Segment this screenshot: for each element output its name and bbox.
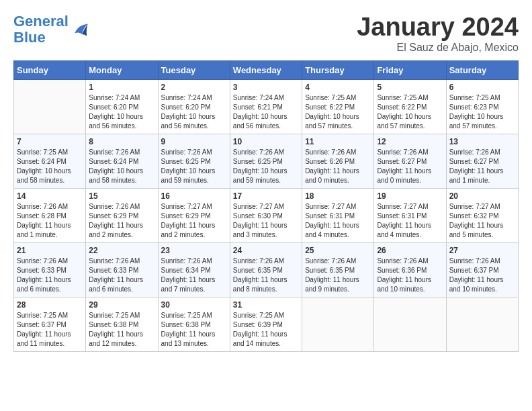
calendar-cell: 9Sunrise: 7:26 AM Sunset: 6:25 PM Daylig…	[158, 134, 230, 188]
calendar-cell: 22Sunrise: 7:26 AM Sunset: 6:33 PM Dayli…	[86, 242, 158, 297]
calendar-cell: 6Sunrise: 7:25 AM Sunset: 6:23 PM Daylig…	[446, 79, 518, 134]
calendar-cell: 30Sunrise: 7:25 AM Sunset: 6:38 PM Dayli…	[158, 297, 230, 351]
calendar-cell: 24Sunrise: 7:26 AM Sunset: 6:35 PM Dayli…	[230, 242, 302, 297]
day-info: Sunrise: 7:24 AM Sunset: 6:20 PM Dayligh…	[89, 93, 154, 131]
day-info: Sunrise: 7:25 AM Sunset: 6:24 PM Dayligh…	[17, 148, 83, 185]
day-number: 20	[449, 191, 515, 201]
day-info: Sunrise: 7:26 AM Sunset: 6:27 PM Dayligh…	[377, 148, 443, 185]
calendar-cell: 21Sunrise: 7:26 AM Sunset: 6:33 PM Dayli…	[14, 242, 86, 297]
calendar-body: 1Sunrise: 7:24 AM Sunset: 6:20 PM Daylig…	[14, 79, 519, 351]
calendar-cell: 18Sunrise: 7:27 AM Sunset: 6:31 PM Dayli…	[302, 188, 374, 242]
day-number: 4	[305, 83, 371, 92]
day-number: 19	[377, 191, 443, 201]
day-info: Sunrise: 7:27 AM Sunset: 6:31 PM Dayligh…	[305, 202, 371, 240]
day-info: Sunrise: 7:26 AM Sunset: 6:37 PM Dayligh…	[449, 257, 515, 294]
calendar-cell: 26Sunrise: 7:26 AM Sunset: 6:36 PM Dayli…	[374, 242, 446, 297]
day-number: 28	[17, 300, 83, 310]
logo: General Blue	[13, 13, 89, 46]
calendar-cell	[302, 297, 374, 351]
page-header: General Blue January 2024 El Sauz de Aba…	[13, 13, 519, 54]
day-info: Sunrise: 7:26 AM Sunset: 6:36 PM Dayligh…	[377, 257, 443, 294]
day-info: Sunrise: 7:25 AM Sunset: 6:37 PM Dayligh…	[17, 311, 83, 349]
calendar-cell: 12Sunrise: 7:26 AM Sunset: 6:27 PM Dayli…	[374, 134, 446, 188]
header-day-friday: Friday	[374, 60, 446, 79]
calendar-cell: 5Sunrise: 7:25 AM Sunset: 6:22 PM Daylig…	[374, 79, 446, 134]
calendar-cell: 16Sunrise: 7:27 AM Sunset: 6:29 PM Dayli…	[158, 188, 230, 242]
calendar-cell: 11Sunrise: 7:26 AM Sunset: 6:26 PM Dayli…	[302, 134, 374, 188]
day-info: Sunrise: 7:26 AM Sunset: 6:25 PM Dayligh…	[233, 148, 299, 185]
calendar-header: SundayMondayTuesdayWednesdayThursdayFrid…	[14, 60, 519, 79]
day-number: 12	[377, 137, 443, 146]
calendar-cell: 17Sunrise: 7:27 AM Sunset: 6:30 PM Dayli…	[230, 188, 302, 242]
day-info: Sunrise: 7:24 AM Sunset: 6:21 PM Dayligh…	[233, 93, 299, 131]
day-info: Sunrise: 7:26 AM Sunset: 6:33 PM Dayligh…	[89, 257, 154, 294]
calendar-cell: 13Sunrise: 7:26 AM Sunset: 6:27 PM Dayli…	[446, 134, 518, 188]
day-number: 9	[161, 137, 227, 146]
calendar-cell: 20Sunrise: 7:27 AM Sunset: 6:32 PM Dayli…	[446, 188, 518, 242]
week-row-1: 1Sunrise: 7:24 AM Sunset: 6:20 PM Daylig…	[14, 79, 519, 134]
day-number: 8	[89, 137, 154, 146]
day-number: 23	[161, 246, 227, 255]
day-info: Sunrise: 7:26 AM Sunset: 6:33 PM Dayligh…	[17, 257, 83, 294]
day-info: Sunrise: 7:25 AM Sunset: 6:22 PM Dayligh…	[305, 93, 371, 131]
calendar-cell: 28Sunrise: 7:25 AM Sunset: 6:37 PM Dayli…	[14, 297, 86, 351]
calendar-cell: 29Sunrise: 7:25 AM Sunset: 6:38 PM Dayli…	[86, 297, 158, 351]
header-day-tuesday: Tuesday	[158, 60, 230, 79]
logo-line2: Blue	[13, 29, 46, 46]
calendar-cell: 10Sunrise: 7:26 AM Sunset: 6:25 PM Dayli…	[230, 134, 302, 188]
day-info: Sunrise: 7:26 AM Sunset: 6:27 PM Dayligh…	[449, 148, 515, 185]
header-day-wednesday: Wednesday	[230, 60, 302, 79]
day-number: 29	[89, 300, 154, 310]
location-subtitle: El Sauz de Abajo, Mexico	[357, 42, 519, 54]
calendar-cell: 23Sunrise: 7:26 AM Sunset: 6:34 PM Dayli…	[158, 242, 230, 297]
day-number: 14	[17, 191, 83, 201]
calendar-cell: 2Sunrise: 7:24 AM Sunset: 6:20 PM Daylig…	[158, 79, 230, 134]
calendar-cell	[374, 297, 446, 351]
day-number: 24	[233, 246, 299, 255]
calendar-cell	[14, 79, 86, 134]
header-day-monday: Monday	[86, 60, 158, 79]
day-number: 13	[449, 137, 515, 146]
day-info: Sunrise: 7:25 AM Sunset: 6:22 PM Dayligh…	[377, 93, 443, 131]
day-number: 2	[161, 83, 227, 92]
day-info: Sunrise: 7:27 AM Sunset: 6:31 PM Dayligh…	[377, 202, 443, 240]
calendar-cell: 1Sunrise: 7:24 AM Sunset: 6:20 PM Daylig…	[86, 79, 158, 134]
header-day-thursday: Thursday	[302, 60, 374, 79]
day-info: Sunrise: 7:24 AM Sunset: 6:20 PM Dayligh…	[161, 93, 227, 131]
day-info: Sunrise: 7:26 AM Sunset: 6:34 PM Dayligh…	[161, 257, 227, 294]
week-row-4: 21Sunrise: 7:26 AM Sunset: 6:33 PM Dayli…	[14, 242, 519, 297]
day-number: 5	[377, 83, 443, 92]
day-number: 26	[377, 246, 443, 255]
day-number: 18	[305, 191, 371, 201]
day-info: Sunrise: 7:26 AM Sunset: 6:35 PM Dayligh…	[305, 257, 371, 294]
header-day-saturday: Saturday	[446, 60, 518, 79]
logo-line1: General	[13, 13, 69, 30]
calendar-cell: 31Sunrise: 7:25 AM Sunset: 6:39 PM Dayli…	[230, 297, 302, 351]
day-number: 31	[233, 300, 299, 310]
day-info: Sunrise: 7:26 AM Sunset: 6:29 PM Dayligh…	[89, 202, 154, 240]
week-row-3: 14Sunrise: 7:26 AM Sunset: 6:28 PM Dayli…	[14, 188, 519, 242]
day-info: Sunrise: 7:26 AM Sunset: 6:25 PM Dayligh…	[161, 148, 227, 185]
day-number: 21	[17, 246, 83, 255]
month-title: January 2024	[357, 13, 519, 42]
calendar-cell: 7Sunrise: 7:25 AM Sunset: 6:24 PM Daylig…	[14, 134, 86, 188]
day-number: 7	[17, 137, 83, 146]
day-info: Sunrise: 7:27 AM Sunset: 6:30 PM Dayligh…	[233, 202, 299, 240]
calendar-cell: 25Sunrise: 7:26 AM Sunset: 6:35 PM Dayli…	[302, 242, 374, 297]
calendar-table: SundayMondayTuesdayWednesdayThursdayFrid…	[13, 60, 519, 352]
day-number: 25	[305, 246, 371, 255]
day-number: 6	[449, 83, 515, 92]
day-number: 27	[449, 246, 515, 255]
header-row: SundayMondayTuesdayWednesdayThursdayFrid…	[14, 60, 519, 79]
week-row-5: 28Sunrise: 7:25 AM Sunset: 6:37 PM Dayli…	[14, 297, 519, 351]
day-info: Sunrise: 7:25 AM Sunset: 6:38 PM Dayligh…	[89, 311, 154, 349]
calendar-cell: 27Sunrise: 7:26 AM Sunset: 6:37 PM Dayli…	[446, 242, 518, 297]
day-info: Sunrise: 7:27 AM Sunset: 6:29 PM Dayligh…	[161, 202, 227, 240]
title-block: January 2024 El Sauz de Abajo, Mexico	[357, 13, 519, 54]
day-number: 17	[233, 191, 299, 201]
day-number: 11	[305, 137, 371, 146]
calendar-cell: 4Sunrise: 7:25 AM Sunset: 6:22 PM Daylig…	[302, 79, 374, 134]
day-info: Sunrise: 7:25 AM Sunset: 6:23 PM Dayligh…	[449, 93, 515, 131]
day-number: 30	[161, 300, 227, 310]
day-number: 15	[89, 191, 154, 201]
